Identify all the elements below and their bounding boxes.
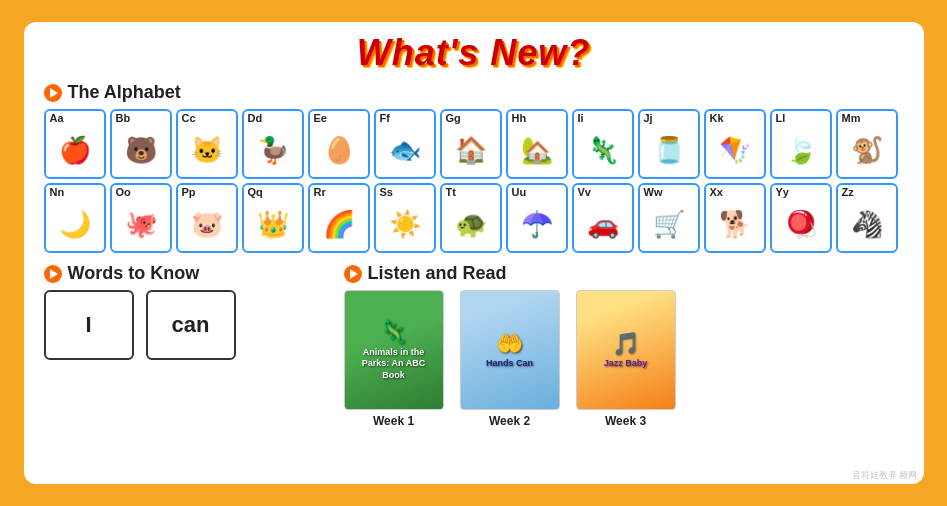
- book-row: 🦎 Animals in the Parks: An ABC Book Week…: [344, 290, 904, 428]
- letter-card[interactable]: Yy 🪀: [770, 183, 832, 253]
- letter-label: Hh: [512, 113, 527, 124]
- letter-label: Mm: [842, 113, 861, 124]
- letter-label: Oo: [116, 187, 131, 198]
- letter-label: Aa: [50, 113, 64, 124]
- watermark: 音符娃教养 频网: [852, 469, 918, 482]
- book-cover-text: 🎵 Jazz Baby: [598, 324, 654, 376]
- word-card[interactable]: can: [146, 290, 236, 360]
- letter-card[interactable]: Ss ☀️: [374, 183, 436, 253]
- letter-label: Ff: [380, 113, 390, 124]
- listen-section: Listen and Read 🦎 Animals in the Parks: …: [344, 263, 904, 428]
- letter-card[interactable]: Ll 🍃: [770, 109, 832, 179]
- letter-card[interactable]: Pp 🐷: [176, 183, 238, 253]
- letter-emoji: 🏠: [455, 124, 487, 175]
- book-label: Week 1: [373, 414, 414, 428]
- letter-label: Tt: [446, 187, 456, 198]
- main-content: What's New? The Alphabet Aa 🍎 Bb 🐻 Cc 🐱 …: [24, 22, 924, 484]
- letter-emoji: 🦎: [587, 124, 619, 175]
- letter-card[interactable]: Aa 🍎: [44, 109, 106, 179]
- letter-emoji: 🐱: [191, 124, 223, 175]
- book-cover: 🦎 Animals in the Parks: An ABC Book: [344, 290, 444, 410]
- letter-card[interactable]: Ee 🥚: [308, 109, 370, 179]
- letter-label: Ee: [314, 113, 327, 124]
- letter-card[interactable]: Tt 🐢: [440, 183, 502, 253]
- letter-card[interactable]: Cc 🐱: [176, 109, 238, 179]
- alphabet-play-icon[interactable]: [44, 84, 62, 102]
- letter-emoji: 🛒: [653, 198, 685, 249]
- letter-emoji: 🦓: [851, 198, 883, 249]
- book-item[interactable]: 🎵 Jazz Baby Week 3: [576, 290, 676, 428]
- book-label: Week 2: [489, 414, 530, 428]
- letter-card[interactable]: Gg 🏠: [440, 109, 502, 179]
- listen-title: Listen and Read: [368, 263, 507, 284]
- letter-card[interactable]: Vv 🚗: [572, 183, 634, 253]
- alphabet-header: The Alphabet: [44, 82, 904, 103]
- words-play-icon[interactable]: [44, 265, 62, 283]
- letter-card[interactable]: Qq 👑: [242, 183, 304, 253]
- letter-card[interactable]: Ww 🛒: [638, 183, 700, 253]
- letter-emoji: 🐟: [389, 124, 421, 175]
- letter-label: Pp: [182, 187, 196, 198]
- letter-label: Vv: [578, 187, 591, 198]
- letter-emoji: 🌈: [323, 198, 355, 249]
- letter-card[interactable]: Mm 🐒: [836, 109, 898, 179]
- book-cover-text: 🦎 Animals in the Parks: An ABC Book: [345, 312, 443, 388]
- letter-label: Bb: [116, 113, 131, 124]
- book-cover: 🎵 Jazz Baby: [576, 290, 676, 410]
- letter-emoji: 🥚: [323, 124, 355, 175]
- page-title: What's New?: [357, 32, 591, 73]
- letter-label: Jj: [644, 113, 653, 124]
- book-item[interactable]: 🤲 Hands Can Week 2: [460, 290, 560, 428]
- letter-emoji: 🌙: [59, 198, 91, 249]
- letter-emoji: 🐙: [125, 198, 157, 249]
- word-cards: Ican: [44, 290, 324, 360]
- alphabet-title: The Alphabet: [68, 82, 181, 103]
- letter-card[interactable]: Ii 🦎: [572, 109, 634, 179]
- listen-header: Listen and Read: [344, 263, 904, 284]
- alphabet-section: The Alphabet Aa 🍎 Bb 🐻 Cc 🐱 Dd 🦆 Ee 🥚 Ff…: [44, 82, 904, 253]
- letter-label: Cc: [182, 113, 196, 124]
- letter-emoji: 🐕: [719, 198, 751, 249]
- listen-play-icon[interactable]: [344, 265, 362, 283]
- title-area: What's New?: [44, 32, 904, 74]
- letter-card[interactable]: Jj 🫙: [638, 109, 700, 179]
- words-section: Words to Know Ican: [44, 263, 324, 428]
- letter-label: Nn: [50, 187, 65, 198]
- letter-label: Ll: [776, 113, 786, 124]
- letter-label: Dd: [248, 113, 263, 124]
- letter-label: Zz: [842, 187, 854, 198]
- letter-label: Uu: [512, 187, 527, 198]
- letter-emoji: 🐻: [125, 124, 157, 175]
- letter-card[interactable]: Xx 🐕: [704, 183, 766, 253]
- word-card[interactable]: I: [44, 290, 134, 360]
- letter-emoji: 🫙: [653, 124, 685, 175]
- letter-card[interactable]: Zz 🦓: [836, 183, 898, 253]
- book-cover: 🤲 Hands Can: [460, 290, 560, 410]
- letter-card[interactable]: Dd 🦆: [242, 109, 304, 179]
- letter-emoji: 🪀: [785, 198, 817, 249]
- letter-label: Gg: [446, 113, 461, 124]
- letter-emoji: 🐢: [455, 198, 487, 249]
- book-item[interactable]: 🦎 Animals in the Parks: An ABC Book Week…: [344, 290, 444, 428]
- letter-emoji: 🐒: [851, 124, 883, 175]
- letter-card[interactable]: Kk 🪁: [704, 109, 766, 179]
- letter-card[interactable]: Ff 🐟: [374, 109, 436, 179]
- alphabet-row-2: Nn 🌙 Oo 🐙 Pp 🐷 Qq 👑 Rr 🌈 Ss ☀️ Tt 🐢 Uu ☂…: [44, 183, 904, 253]
- letter-card[interactable]: Uu ☂️: [506, 183, 568, 253]
- letter-card[interactable]: Bb 🐻: [110, 109, 172, 179]
- letter-emoji: 🪁: [719, 124, 751, 175]
- letter-card[interactable]: Nn 🌙: [44, 183, 106, 253]
- words-header: Words to Know: [44, 263, 324, 284]
- letter-emoji: 🚗: [587, 198, 619, 249]
- letter-emoji: 🦆: [257, 124, 289, 175]
- outer-border: What's New? The Alphabet Aa 🍎 Bb 🐻 Cc 🐱 …: [14, 13, 934, 493]
- letter-card[interactable]: Oo 🐙: [110, 183, 172, 253]
- letter-emoji: ☂️: [521, 198, 553, 249]
- letter-emoji: 🐷: [191, 198, 223, 249]
- alphabet-row-1: Aa 🍎 Bb 🐻 Cc 🐱 Dd 🦆 Ee 🥚 Ff 🐟 Gg 🏠 Hh 🏡 …: [44, 109, 904, 179]
- book-label: Week 3: [605, 414, 646, 428]
- letter-card[interactable]: Rr 🌈: [308, 183, 370, 253]
- letter-label: Ww: [644, 187, 663, 198]
- letter-emoji: 🍎: [59, 124, 91, 175]
- letter-card[interactable]: Hh 🏡: [506, 109, 568, 179]
